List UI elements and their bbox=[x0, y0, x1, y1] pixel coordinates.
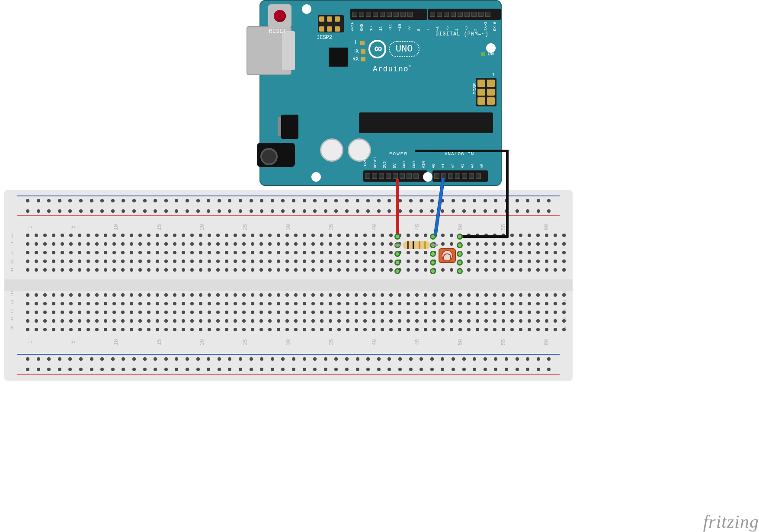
tie-point bbox=[430, 268, 436, 274]
tie-point bbox=[430, 260, 436, 266]
wire-black-gnd-segment bbox=[506, 234, 509, 238]
breadboard-top-rail-holes[interactable] bbox=[26, 199, 551, 214]
icsp2-header bbox=[318, 15, 344, 32]
tie-point bbox=[457, 251, 463, 257]
atmega328p-chip bbox=[359, 112, 493, 133]
reset-label: RESET bbox=[269, 29, 287, 35]
diagram-stage: RESET ICSP2 AREFGND 1312 ~11~10 ~98 7~6 … bbox=[0, 0, 759, 532]
digital-header-right[interactable] bbox=[428, 9, 501, 20]
arduino-brand-label: Arduino™ bbox=[373, 65, 412, 74]
bottom-rail-pos-line bbox=[17, 374, 560, 375]
mounting-hole bbox=[302, 4, 311, 14]
breadboard-grid-bottom[interactable] bbox=[26, 293, 551, 331]
column-numbers-bottom: 15 1015 2025 3035 4045 5055 60 bbox=[26, 339, 551, 345]
breadboard: 15 1015 2025 3035 4045 5055 60 15 1015 2… bbox=[4, 190, 573, 381]
bottom-rail-neg-line bbox=[17, 354, 560, 355]
breadboard-grid-top[interactable] bbox=[26, 234, 551, 272]
mounting-hole bbox=[423, 172, 432, 182]
breadboard-bottom-rail-holes[interactable] bbox=[26, 357, 551, 372]
icsp-label: ICSP bbox=[472, 83, 477, 94]
power-header[interactable] bbox=[363, 170, 427, 182]
wire-red-5v bbox=[396, 179, 399, 235]
mounting-hole bbox=[486, 43, 496, 53]
arduino-logo: ∞UNO bbox=[368, 40, 420, 58]
analog-header[interactable] bbox=[432, 170, 488, 182]
mounting-hole bbox=[311, 172, 321, 182]
tie-point bbox=[457, 242, 463, 248]
arduino-uno-board: RESET ICSP2 AREFGND 1312 ~11~10 ~98 7~6 … bbox=[259, 0, 502, 186]
tx-rx-labels: TX RX bbox=[352, 48, 365, 63]
icsp2-label: ICSP2 bbox=[317, 35, 332, 41]
tie-point bbox=[457, 260, 463, 266]
top-rail-neg-line bbox=[17, 195, 560, 196]
voltage-regulator bbox=[281, 115, 298, 139]
atmega16u2-chip bbox=[329, 48, 348, 67]
tie-point bbox=[394, 268, 400, 274]
icsp-pin1-label: 1 bbox=[492, 73, 495, 77]
tie-point bbox=[394, 234, 400, 240]
reset-button[interactable] bbox=[268, 4, 291, 28]
tie-point bbox=[394, 260, 400, 266]
resistor-band-4 bbox=[424, 241, 426, 249]
tie-point bbox=[430, 251, 436, 257]
resistor-band-3 bbox=[419, 241, 420, 249]
wire-black-gnd-segment bbox=[506, 150, 509, 236]
resistor-band-1 bbox=[407, 241, 409, 249]
digital-header-left[interactable] bbox=[350, 9, 427, 20]
wire-black-gnd-segment bbox=[458, 235, 509, 238]
breadboard-center-gap bbox=[4, 279, 573, 291]
tie-point bbox=[430, 234, 436, 240]
tie-point bbox=[457, 234, 463, 240]
top-rail-pos-line bbox=[17, 215, 560, 216]
resistor-band-2 bbox=[413, 241, 414, 249]
wire-black-gnd-segment bbox=[415, 150, 509, 152]
fritzing-watermark: fritzing bbox=[703, 511, 759, 532]
tie-point bbox=[394, 251, 400, 257]
barrel-jack bbox=[257, 143, 295, 167]
photoresistor-ldr bbox=[439, 248, 456, 263]
power-section-label: POWER bbox=[389, 151, 408, 157]
digital-section-label: DIGITAL (PWM=~) bbox=[436, 31, 489, 37]
resistor-10k bbox=[400, 241, 433, 249]
column-numbers-top: 15 1015 2025 3035 4045 5055 60 bbox=[26, 224, 551, 230]
icsp-header bbox=[476, 78, 496, 106]
digital-pin-labels: AREFGND 1312 ~11~10 ~98 7~6 ~54 ~32 TX→1… bbox=[350, 22, 497, 31]
tie-point bbox=[457, 268, 463, 274]
l-led-label: L bbox=[355, 40, 365, 46]
bottom-pin-labels: IOREFRESET 3V35V GNDGND VINA0 A1A2 A3A4 … bbox=[363, 157, 484, 168]
